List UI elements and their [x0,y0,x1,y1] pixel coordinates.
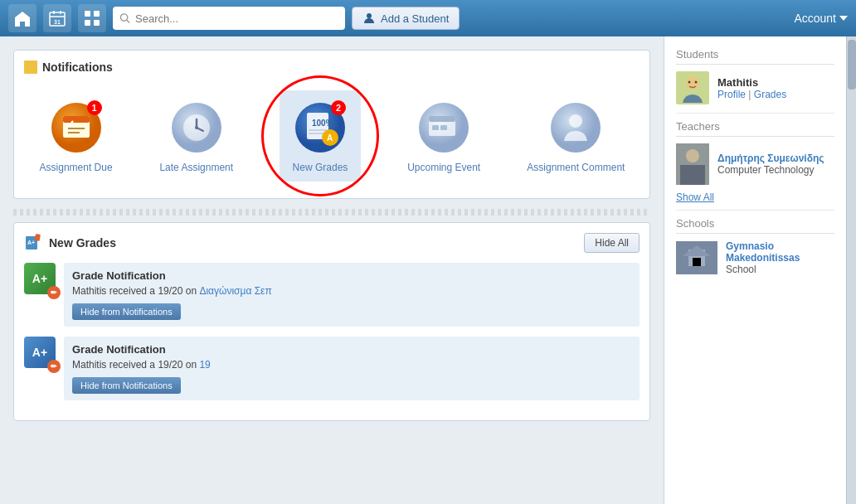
grade-text-before-1: Mathitis received a 19/20 on [72,285,199,297]
upcoming-event-icon-wrap [415,99,473,157]
svg-rect-48 [693,258,701,266]
late-assignment-label: Late Assignment [159,162,233,173]
svg-rect-5 [85,11,90,17]
grade-notif-title-2: Grade Notification [72,343,631,356]
grades-title: A+ New Grades [24,234,116,252]
grade-link-2[interactable]: 19 [199,359,210,371]
students-section-title: Students [676,48,834,65]
student-item: Mathitis Profile | Grades [676,71,834,104]
new-grades-badge: 2 [331,100,346,115]
notif-item-late-assignment[interactable]: Late Assignment [159,99,234,173]
svg-text:31: 31 [54,19,61,25]
schools-section-title: Schools [676,217,834,234]
pencil-icon-1: ✏ [47,286,61,299]
grade-content-2: Grade Notification Mathitis received a 1… [64,337,640,400]
assignment-due-label: Assignment Due [40,162,113,173]
grade-notif-text-1: Mathitis received a 19/20 on Διαγώνισμα … [72,285,631,297]
assignment-comment-icon-wrap [547,99,605,157]
teachers-section-title: Teachers [676,120,834,137]
grades-header: A+ New Grades Hide All [24,233,640,253]
notif-item-upcoming-event[interactable]: Upcoming Event [406,99,481,173]
school-name: Gymnasio Makedonitissas [726,240,834,264]
svg-point-44 [686,149,699,162]
grades-title-icon: A+ [24,234,42,252]
teacher-photo [676,143,709,185]
student-avatar [676,71,709,104]
new-grades-label: New Grades [293,162,348,173]
student-profile-link[interactable]: Profile [717,89,746,100]
svg-rect-31 [429,116,455,122]
grade-notif-title-1: Grade Notification [72,269,631,282]
search-bar[interactable] [113,7,345,30]
hide-notif-btn-1[interactable]: Hide from Notifications [72,303,181,320]
school-item: Gymnasio Makedonitissas School [676,240,834,275]
home-button[interactable] [8,4,36,32]
add-student-button[interactable]: Add a Student [352,7,460,30]
svg-point-42 [695,81,698,84]
grade-content-1: Grade Notification Mathitis received a 1… [64,263,640,327]
svg-rect-38 [35,234,41,241]
add-student-label: Add a Student [381,12,449,25]
calendar-button[interactable]: 31 [43,4,71,32]
svg-rect-32 [432,125,439,130]
svg-point-41 [688,81,691,84]
svg-rect-1 [53,11,55,14]
svg-text:A: A [327,133,333,143]
svg-rect-6 [94,11,100,17]
school-photo [676,241,717,274]
grade-content-inner-2: Grade Notification Mathitis received a 1… [64,337,640,400]
notifications-title: Notifications [24,61,640,74]
pencil-icon-2: ✏ [47,360,61,373]
teacher-subject: Computer Technology [717,164,824,176]
svg-rect-2 [60,11,61,14]
student-info: Mathitis Profile | Grades [717,76,786,100]
student-links: Profile | Grades [717,89,786,100]
school-info: Gymnasio Makedonitissas School [726,240,834,275]
teacher-name: Δημήτρης Συμεωνίδης [717,153,824,164]
grade-notif-text-2: Mathitis received a 19/20 on 19 [72,359,631,371]
student-grades-link[interactable]: Grades [754,89,786,100]
svg-rect-8 [94,20,100,26]
notifications-grid: 1 [24,84,640,188]
svg-rect-33 [440,125,447,130]
late-assignment-icon [170,101,223,154]
grade-text-before-2: Mathitis received a 19/20 on [72,359,199,371]
school-sub: School [726,264,834,275]
svg-point-11 [367,13,372,18]
sidebar: Students Mathitis Profile | Gra [664,36,846,504]
grade-icon-2: A+ ✏ [24,337,56,368]
student-name: Mathitis [717,76,786,89]
svg-rect-14 [63,116,90,123]
svg-point-9 [120,14,127,21]
scrollbar[interactable] [846,36,856,504]
account-button[interactable]: Account [794,12,848,25]
new-grades-icon-wrap: 2 100% [291,99,349,157]
grade-link-1[interactable]: Διαγώνισμα Σεπ [199,285,271,297]
grade-content-inner-1: Grade Notification Mathitis received a 1… [64,263,640,327]
teacher-info: Δημήτρης Συμεωνίδης Computer Technology [717,153,824,176]
sidebar-divider-1 [676,113,834,114]
sidebar-divider-2 [676,210,834,211]
section-divider [13,209,650,216]
hide-all-button[interactable]: Hide All [584,233,640,253]
main-container: Notifications 1 [0,36,856,504]
notif-item-new-grades[interactable]: 2 100% [280,90,361,182]
svg-rect-45 [680,165,705,185]
assignment-due-icon-wrap: 1 [47,99,105,157]
svg-text:A+: A+ [27,240,35,245]
hide-notif-btn-2[interactable]: Hide from Notifications [72,377,181,394]
content-area: Notifications 1 [0,36,664,504]
assignment-comment-icon [549,101,602,154]
grade-card-1: A+ ✏ Grade Notification Mathitis receive… [24,263,640,327]
late-assignment-icon-wrap [168,99,226,157]
account-label: Account [794,12,836,25]
grades-section: A+ New Grades Hide All A+ ✏ Grade Notifi… [13,222,650,421]
grade-icon-1: A+ ✏ [24,263,56,294]
show-all-link[interactable]: Show All [676,191,834,203]
grid-button[interactable] [78,4,106,32]
folder-icon [24,61,37,74]
notif-item-assignment-due[interactable]: 1 [39,99,114,173]
notif-item-assignment-comment[interactable]: Assignment Comment [527,99,625,173]
search-input[interactable] [135,12,338,25]
svg-line-10 [127,20,129,22]
